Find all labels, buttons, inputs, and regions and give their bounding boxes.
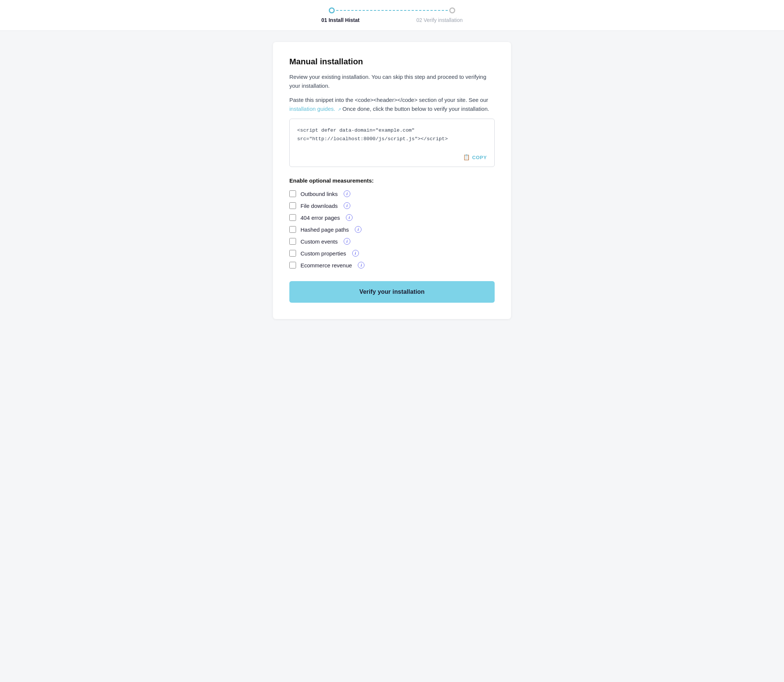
ecommerce-revenue-label[interactable]: Ecommerce revenue xyxy=(301,262,352,268)
custom-events-checkbox[interactable] xyxy=(289,238,296,245)
404-pages-info-icon[interactable]: i xyxy=(346,214,352,221)
list-item: Ecommerce revenue i xyxy=(289,262,495,268)
custom-events-info-icon[interactable]: i xyxy=(344,238,351,245)
hashed-paths-label[interactable]: Hashed page paths xyxy=(301,226,349,233)
file-downloads-info-icon[interactable]: i xyxy=(344,202,351,209)
card: Manual installation Review your existing… xyxy=(273,42,511,319)
404-pages-label[interactable]: 404 error pages xyxy=(301,215,340,221)
step-labels: 01 Install Histat 02 Verify installation xyxy=(321,17,463,23)
code-snippet: <script defer data-domain="example.com" … xyxy=(297,126,487,143)
custom-properties-label[interactable]: Custom properties xyxy=(301,250,346,257)
copy-button[interactable]: 📋 COPY xyxy=(461,153,489,162)
stepper xyxy=(329,8,455,13)
file-downloads-checkbox[interactable] xyxy=(289,202,296,209)
ecommerce-revenue-info-icon[interactable]: i xyxy=(358,262,365,268)
list-item: Custom events i xyxy=(289,238,495,245)
outbound-links-checkbox[interactable] xyxy=(289,190,296,197)
description-2: Paste this snippet into the <code><heade… xyxy=(289,96,495,113)
step1-label: 01 Install Histat xyxy=(321,17,360,23)
main-content: Manual installation Review your existing… xyxy=(0,31,784,341)
file-downloads-label[interactable]: File downloads xyxy=(301,203,338,209)
ecommerce-revenue-checkbox[interactable] xyxy=(289,262,296,268)
copy-icon: 📋 xyxy=(463,154,470,161)
checkbox-list: Outbound links i File downloads i 404 er… xyxy=(289,190,495,268)
installation-guides-link[interactable]: installation guides. ↗ xyxy=(289,105,341,112)
outbound-links-label[interactable]: Outbound links xyxy=(301,191,338,197)
outbound-links-info-icon[interactable]: i xyxy=(344,190,351,197)
step2-label: 02 Verify installation xyxy=(416,17,463,23)
custom-events-label[interactable]: Custom events xyxy=(301,238,338,245)
step2-dot xyxy=(449,8,455,13)
list-item: File downloads i xyxy=(289,202,495,209)
list-item: Hashed page paths i xyxy=(289,226,495,233)
custom-properties-info-icon[interactable]: i xyxy=(352,250,359,257)
list-item: Custom properties i xyxy=(289,250,495,257)
list-item: Outbound links i xyxy=(289,190,495,197)
hashed-paths-checkbox[interactable] xyxy=(289,226,296,233)
step1-dot xyxy=(329,8,335,13)
copy-label: COPY xyxy=(472,155,487,160)
list-item: 404 error pages i xyxy=(289,214,495,221)
custom-properties-checkbox[interactable] xyxy=(289,250,296,257)
measurements-title: Enable optional measurements: xyxy=(289,177,495,184)
step-line xyxy=(336,10,448,11)
verify-installation-button[interactable]: Verify your installation xyxy=(289,281,495,303)
card-title: Manual installation xyxy=(289,57,495,67)
description-1: Review your existing installation. You c… xyxy=(289,73,495,90)
hashed-paths-info-icon[interactable]: i xyxy=(355,226,362,233)
external-link-icon: ↗ xyxy=(338,107,341,112)
top-bar: 01 Install Histat 02 Verify installation xyxy=(0,0,784,31)
code-block: <script defer data-domain="example.com" … xyxy=(289,119,495,167)
404-pages-checkbox[interactable] xyxy=(289,214,296,221)
